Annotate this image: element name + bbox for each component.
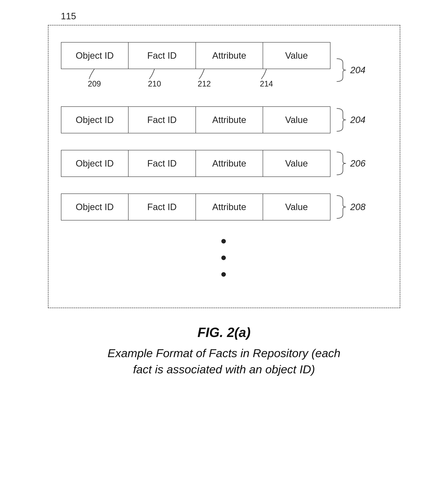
cell-object-id-4: Object ID [61,194,129,220]
diagram-box: 115 Object ID Fact ID Attribute Value [48,25,400,308]
fact-group-4: Object ID Fact ID Attribute Value 208 [61,193,387,221]
cell-object-id-3: Object ID [61,150,129,177]
fact-row-2: Object ID Fact ID Attribute Value [61,106,330,133]
brace-group-2: 204 [335,106,365,133]
caption-line2: fact is associated with an object ID) [133,363,315,376]
annotation-line-212 [198,69,210,79]
caption-subtitle: Example Format of Facts in Repository (e… [58,345,390,378]
cell-fact-id-4: Fact ID [129,194,196,220]
brace-group-1: 204 [335,57,365,83]
cell-value-4: Value [263,194,330,220]
brace-svg-3 [335,150,347,177]
annotation-line-209 [88,69,100,79]
annotation-214: 214 [260,79,273,88]
fact-group-3: Object ID Fact ID Attribute Value 206 [61,150,387,177]
cell-attribute-1: Attribute [196,42,263,69]
cell-attribute-3: Attribute [196,150,263,177]
brace-group-4: 208 [335,193,365,221]
cell-object-id-2: Object ID [61,107,129,133]
cell-fact-id-1: Fact ID [129,42,196,69]
brace-label-1: 204 [350,65,365,75]
caption-line1: Example Format of Facts in Repository (e… [108,346,341,360]
annotation-210: 210 [148,79,161,88]
cell-fact-id-2: Fact ID [129,107,196,133]
annotation-line-210 [148,69,161,79]
cell-fact-id-3: Fact ID [129,150,196,177]
fact-group-1: Object ID Fact ID Attribute Value 209 [61,42,387,98]
label-115: 115 [61,11,76,21]
brace-label-2: 204 [350,115,365,125]
ellipsis: ••• [221,233,227,283]
fact-row-1: Object ID Fact ID Attribute Value [61,42,330,69]
fact-group-2: Object ID Fact ID Attribute Value 204 [61,106,387,133]
cell-attribute-2: Attribute [196,107,263,133]
row1-annotations: 209 210 212 [61,69,330,88]
fact-row-4: Object ID Fact ID Attribute Value [61,193,330,221]
cell-object-id-1: Object ID [61,42,129,69]
brace-group-3: 206 [335,150,365,177]
annotation-209: 209 [88,79,101,88]
brace-label-3: 206 [350,158,365,169]
page-container: 115 Object ID Fact ID Attribute Value [0,0,448,477]
brace-svg-4 [335,193,347,221]
cell-value-3: Value [263,150,330,177]
brace-svg-2 [335,106,347,133]
caption-title: FIG. 2(a) [58,325,390,340]
cell-value-1: Value [263,42,330,69]
caption-section: FIG. 2(a) Example Format of Facts in Rep… [58,325,390,378]
brace-label-4: 208 [350,202,365,212]
annotation-line-214 [260,69,273,79]
brace-svg-1 [335,57,347,83]
cell-attribute-4: Attribute [196,194,263,220]
annotation-212: 212 [198,79,211,88]
cell-value-2: Value [263,107,330,133]
fact-row-3: Object ID Fact ID Attribute Value [61,150,330,177]
